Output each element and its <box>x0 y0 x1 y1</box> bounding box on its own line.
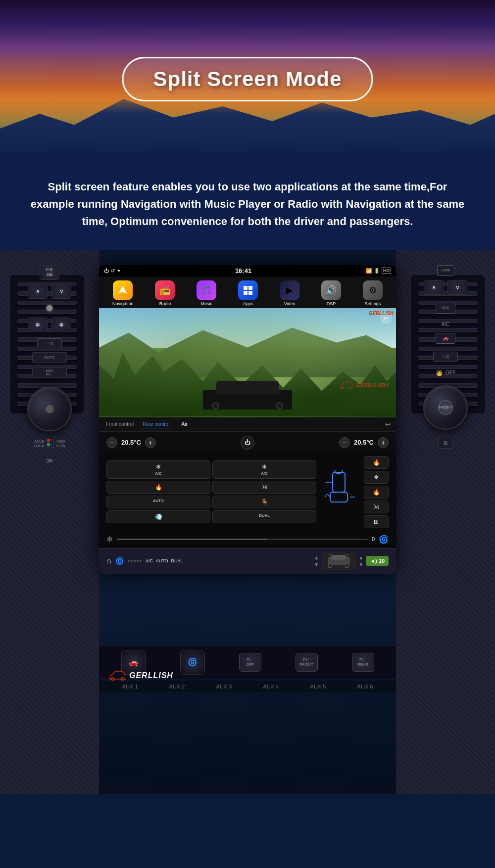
svg-rect-6 <box>330 492 347 502</box>
ac-icon-1: ❄ <box>156 463 161 470</box>
left-temp-minus[interactable]: − <box>106 437 117 448</box>
box-label: □ ||| <box>46 341 52 345</box>
screen-content-area: GERLLISH ↩ <box>99 308 396 574</box>
grid-icon: ⊞ <box>444 440 447 446</box>
status-bar: ⏻ ↺ ✦ 16:41 📶 🔋 HD <box>99 265 396 276</box>
rear-control-tab[interactable]: Rear control <box>141 420 171 428</box>
arrow-left-button[interactable]: ≫ <box>46 457 53 464</box>
svg-point-12 <box>328 564 332 568</box>
right-knob-center: FRONT <box>438 400 453 415</box>
apps-icon <box>243 285 253 296</box>
fan-button-2[interactable]: ❄ <box>51 318 71 332</box>
air-tab[interactable]: Air <box>182 421 188 427</box>
right-heat-icon-2: 🔥 <box>373 489 380 496</box>
bottom-climate-bar: ⌂ 🌀 A/C AUTO DUAL <box>99 548 396 574</box>
refresh-icon: ↺ <box>111 268 115 274</box>
status-time: 16:41 <box>235 267 251 274</box>
left-temp-plus[interactable]: + <box>145 437 156 448</box>
nav-icon-apps[interactable]: Apps <box>238 280 258 306</box>
front-label: FRONT <box>299 662 313 667</box>
bottom-ac-labels: A/C AUTO DUAL <box>146 558 183 563</box>
pr-rear-button[interactable]: Pr⁺ REAR <box>352 653 374 672</box>
power-on-button[interactable]: P ©ON <box>40 265 59 280</box>
heat-seat-button-1[interactable]: 🔥 <box>106 481 210 494</box>
navigation-label: Navigation <box>112 301 134 306</box>
arrow-down-button[interactable]: ∨ <box>51 284 71 299</box>
home-icon[interactable]: ⌂ <box>106 556 111 565</box>
right-temp-plus[interactable]: + <box>378 437 389 448</box>
dashboard-background: P ©ON ∧ ∨ ❄ ❄ □ ||| AUTO MAXA/C <box>0 250 495 794</box>
fan-slider[interactable] <box>117 539 368 540</box>
bottom-arrow-down[interactable]: ▼ <box>314 562 319 567</box>
svg-point-13 <box>345 564 349 568</box>
page-title: Split Screen Mode <box>153 67 342 91</box>
volume-indicator[interactable]: ◄) 10 <box>366 556 389 566</box>
vent-button[interactable]: 💨 <box>106 510 210 523</box>
i-off-button[interactable]: i OFF <box>437 265 454 276</box>
fan-button-1[interactable]: ❄ <box>28 318 48 332</box>
gerllish-text-left: GERLLISH <box>129 671 173 680</box>
right-heat-button-2[interactable]: 🔥 <box>364 486 389 499</box>
heat-seat-button-2[interactable]: 🌬 <box>212 481 316 494</box>
front-control-tab[interactable]: Front control <box>104 420 136 428</box>
max-ac-button[interactable]: MAXA/C <box>32 367 67 378</box>
indicator-red <box>47 439 50 442</box>
right-arrow-down-button[interactable]: ∨ <box>447 280 467 295</box>
right-icon-person: 🧑 <box>436 369 443 376</box>
right-box-button[interactable]: □ ||| <box>433 352 458 362</box>
nav-icon-settings[interactable]: ⚙ Settings <box>363 280 383 306</box>
navigation-icon-circle <box>113 280 133 300</box>
right-cool-button[interactable]: ❄ <box>364 471 389 484</box>
video-label: Video <box>284 301 296 306</box>
arrow-up-button[interactable]: ∧ <box>28 284 48 299</box>
fan-slider-track <box>117 539 267 540</box>
pr-off-button[interactable]: Pr⁻ OFF <box>239 653 261 672</box>
ac-button-2[interactable]: ❄ A/C <box>212 460 316 479</box>
dual-button[interactable]: DUAL <box>212 510 316 523</box>
fan-physical-button[interactable]: 🌀 <box>180 650 205 675</box>
nav-icons-row: Navigation 📻 Radio 🎵 Music <box>99 276 396 308</box>
ac-button-1[interactable]: ❄ A/C <box>106 460 210 479</box>
climate-back-button[interactable]: ↩ <box>385 420 391 428</box>
right-arrow-up[interactable]: ▲ <box>358 555 363 560</box>
right-vent-button[interactable]: 🌬 <box>364 501 389 513</box>
ac-label-right: A/C <box>442 321 450 327</box>
cool-seat-button[interactable]: 🪑 <box>212 496 316 508</box>
auto-climate-button[interactable]: AUTO <box>106 496 210 508</box>
right-car-button[interactable]: 🚗 <box>436 333 455 344</box>
bottom-arrow-up[interactable]: ▲ <box>314 555 319 560</box>
nav-icon-radio[interactable]: 📻 Radio <box>155 280 175 306</box>
right-arrow-up-button[interactable]: ∧ <box>424 280 444 295</box>
left-bottom-arrows: ≫ <box>46 457 53 464</box>
right-control-buttons: ⊞⊞ <box>436 303 455 314</box>
auto-climate-label: AUTO <box>153 499 164 503</box>
apps-label: Apps <box>243 301 253 306</box>
nav-icon-music[interactable]: 🎵 Music <box>197 280 216 306</box>
fan-speed-control: ❄ 0 🌀 <box>99 531 396 548</box>
box-button[interactable]: □ ||| <box>37 338 62 348</box>
settings-label: Settings <box>365 301 381 306</box>
ac-icon-2: ❄ <box>262 463 267 470</box>
nav-icon-video[interactable]: ▶ Video <box>280 280 299 306</box>
right-controls-panel: i OFF ∧ ∨ ⊞⊞ A/C 🚗 □ ||| � <box>406 265 485 449</box>
rear-button[interactable]: ⊞⊞ <box>436 303 455 314</box>
left-knob[interactable] <box>27 387 72 431</box>
nav-icon-navigation[interactable]: Navigation <box>112 280 134 306</box>
pr-front-button[interactable]: Pr⁺ FRONT <box>296 653 318 672</box>
car-icon-right: 🚗 <box>443 335 448 341</box>
right-knob[interactable]: FRONT <box>423 385 468 430</box>
right-temp-minus[interactable]: − <box>339 437 350 448</box>
right-arrow-down[interactable]: ▼ <box>358 562 363 567</box>
right-grid-button[interactable]: ⊞ <box>364 515 389 528</box>
cool-icon: 🪑 <box>261 499 268 505</box>
right-heat-button-1[interactable]: 🔥 <box>364 456 389 469</box>
right-vent-icon: 🌬 <box>373 503 379 510</box>
right-off-label: OFF <box>446 370 455 375</box>
bottom-fan-icon: 🌀 <box>115 557 124 565</box>
auto-button[interactable]: AUTO <box>32 352 67 363</box>
power-on-label: P ©ON <box>46 268 52 277</box>
grid-icon-button[interactable]: ⊞ <box>438 438 453 449</box>
settings-icon-circle: ⚙ <box>363 280 383 300</box>
nav-icon-dsp[interactable]: 🔊 DSP <box>321 280 341 306</box>
climate-power-button[interactable]: ⏻ <box>241 436 254 450</box>
